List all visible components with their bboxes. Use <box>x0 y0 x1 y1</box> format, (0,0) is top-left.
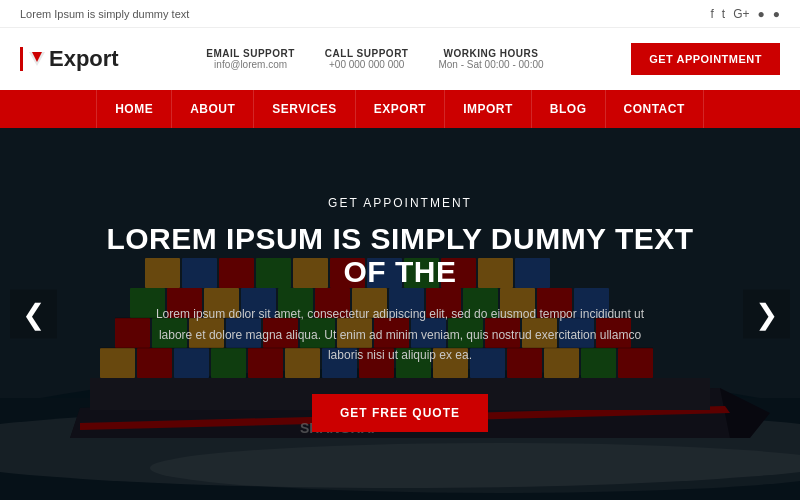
nav-item-contact[interactable]: CONTACT <box>606 90 704 128</box>
call-support-label: CALL SUPPORT <box>325 48 409 59</box>
logo-bar-accent <box>20 47 23 71</box>
call-support-value: +00 000 000 000 <box>325 59 409 70</box>
pinterest-icon[interactable]: ● <box>758 7 765 21</box>
main-nav: HOME ABOUT SERVICES EXPORT IMPORT BLOG C… <box>0 90 800 128</box>
nav-item-home[interactable]: HOME <box>96 90 172 128</box>
hero-title: LOREM IPSUM IS SIMPLY DUMMY TEXT OF THE <box>100 222 700 288</box>
working-hours-value: Mon - Sat 00:00 - 00:00 <box>438 59 543 70</box>
google-plus-icon[interactable]: G+ <box>733 7 749 21</box>
hero-prev-arrow[interactable]: ❮ <box>10 290 57 339</box>
get-free-quote-button[interactable]: GET FREE QUOTE <box>312 394 488 432</box>
nav-item-services[interactable]: SERVICES <box>254 90 355 128</box>
email-support-value: info@lorem.com <box>206 59 295 70</box>
working-hours-label: WORKING HOURS <box>438 48 543 59</box>
top-bar: Lorem Ipsum is simply dummy text f t G+ … <box>0 0 800 28</box>
hero-description: Lorem ipsum dolor sit amet, consectetur … <box>140 304 660 365</box>
twitter-icon[interactable]: t <box>722 7 725 21</box>
get-appointment-button[interactable]: GET APPOINTMENT <box>631 43 780 75</box>
header-contact-info: EMAIL SUPPORT info@lorem.com CALL SUPPOR… <box>206 48 543 70</box>
top-bar-tagline: Lorem Ipsum is simply dummy text <box>20 8 189 20</box>
hero-content: GET APPOINTMENT LOREM IPSUM IS SIMPLY DU… <box>0 128 800 500</box>
nav-item-about[interactable]: ABOUT <box>172 90 254 128</box>
facebook-icon[interactable]: f <box>710 7 713 21</box>
email-info-block: EMAIL SUPPORT info@lorem.com <box>206 48 295 70</box>
nav-item-blog[interactable]: BLOG <box>532 90 606 128</box>
hero-next-arrow[interactable]: ❯ <box>743 290 790 339</box>
hours-info-block: WORKING HOURS Mon - Sat 00:00 - 00:00 <box>438 48 543 70</box>
hero-section: SHANGHAI GET APPOINTMENT LOREM IPSUM IS … <box>0 128 800 500</box>
logo-arrow-icon <box>29 52 45 66</box>
nav-item-import[interactable]: IMPORT <box>445 90 532 128</box>
logo-text: Export <box>49 46 119 72</box>
email-support-label: EMAIL SUPPORT <box>206 48 295 59</box>
call-info-block: CALL SUPPORT +00 000 000 000 <box>325 48 409 70</box>
social-icons-group: f t G+ ● ● <box>710 7 780 21</box>
logo[interactable]: Export <box>20 46 119 72</box>
hero-subtitle: GET APPOINTMENT <box>328 196 472 210</box>
site-header: Export EMAIL SUPPORT info@lorem.com CALL… <box>0 28 800 90</box>
nav-item-export[interactable]: EXPORT <box>356 90 445 128</box>
instagram-icon[interactable]: ● <box>773 7 780 21</box>
